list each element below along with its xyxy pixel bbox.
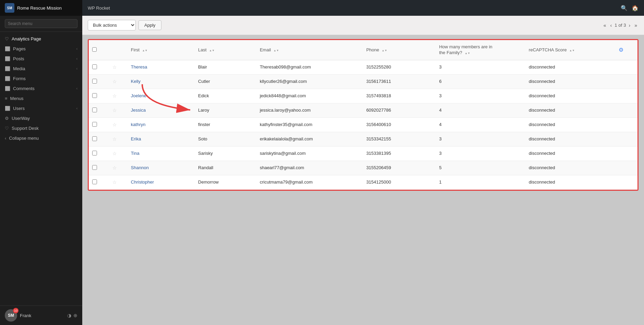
col-header-settings[interactable]: ⚙ xyxy=(615,40,638,60)
sidebar-header: SM Rome Rescue Mission xyxy=(0,0,82,16)
row-checkbox[interactable] xyxy=(92,122,97,127)
sidebar-item-forms[interactable]: ⬜ Forms xyxy=(0,74,82,84)
sort-arrows-members: ▲▼ xyxy=(465,52,470,55)
sidebar-item-label: Posts xyxy=(13,56,24,61)
row-star-cell: ☆ xyxy=(109,132,127,146)
col-header-members[interactable]: How many members are in the Family? ▲▼ xyxy=(436,40,525,60)
row-last-name: Blair xyxy=(195,60,256,74)
row-phone: 3156173611 xyxy=(363,74,436,89)
row-members: 6 xyxy=(436,74,525,89)
sidebar-item-pages[interactable]: ⬜ Pages ‹ xyxy=(0,44,82,54)
row-settings-cell xyxy=(615,60,638,74)
row-phone: 6092027786 xyxy=(363,103,436,117)
row-last-name: Laroy xyxy=(195,103,256,117)
row-members: 3 xyxy=(436,89,525,103)
sidebar-item-label: Analytics Page xyxy=(12,36,41,41)
sidebar-item-users[interactable]: ⬜ Users ‹ xyxy=(0,103,82,113)
search-icon[interactable]: 🔍 xyxy=(621,5,628,11)
row-checkbox[interactable] xyxy=(92,136,97,141)
row-members: 4 xyxy=(436,103,525,117)
row-checkbox-cell xyxy=(89,132,109,146)
toolbar-left: Bulk actions Apply xyxy=(88,20,161,30)
next-page-button[interactable]: › xyxy=(628,22,632,29)
footer-username: Frank xyxy=(20,313,31,318)
row-checkbox[interactable] xyxy=(92,93,97,98)
comments-icon: ⬜ xyxy=(5,86,10,91)
settings-gear-icon[interactable]: ⚙ xyxy=(619,47,623,53)
row-email: jessica.laroy@yahoo.com xyxy=(256,103,363,117)
row-recaptcha: disconnected xyxy=(525,74,615,89)
row-last-name: finster xyxy=(195,117,256,132)
row-checkbox[interactable] xyxy=(92,108,97,112)
row-last-name: Randall xyxy=(195,161,256,175)
row-checkbox[interactable] xyxy=(92,179,97,184)
col-header-recaptcha[interactable]: reCAPTCHA Score ▲▼ xyxy=(525,40,615,60)
menus-icon: ≡ xyxy=(5,96,8,101)
col-header-check xyxy=(89,40,109,60)
row-email: Theresab098@gmail.com xyxy=(256,60,363,74)
bulk-actions-select[interactable]: Bulk actions xyxy=(88,20,136,30)
row-star-cell: ☆ xyxy=(109,161,127,175)
footer-icons: ◑ ⊕ xyxy=(67,313,77,318)
row-checkbox-cell xyxy=(89,103,109,117)
sidebar-item-menus[interactable]: ≡ Menus xyxy=(0,93,82,103)
sidebar-item-media[interactable]: ⬜ Media ‹ xyxy=(0,64,82,74)
prev-page-button[interactable]: ‹ xyxy=(609,22,613,29)
table-row: ☆ Theresa Blair Theresab098@gmail.com 31… xyxy=(89,60,637,74)
col-header-email[interactable]: Email ▲▼ xyxy=(256,40,363,60)
star-icon[interactable]: ☆ xyxy=(112,79,117,84)
first-page-button[interactable]: « xyxy=(602,22,608,29)
sidebar-item-support[interactable]: ♡ Support Desk xyxy=(0,123,82,133)
sidebar-item-posts[interactable]: ⬜ Posts ‹ xyxy=(0,54,82,64)
data-table: First ▲▼ Last ▲▼ Email ▲▼ Phone ▲▼ xyxy=(89,40,637,190)
row-first-name: Shannon xyxy=(127,161,195,175)
table-body: ☆ Theresa Blair Theresab098@gmail.com 31… xyxy=(89,60,637,189)
home-icon[interactable]: 🏠 xyxy=(632,5,639,11)
top-bar: WP Rocket 🔍 🏠 xyxy=(82,0,644,16)
row-first-name: kathryn xyxy=(127,117,195,132)
apply-button[interactable]: Apply xyxy=(138,20,161,30)
sidebar-item-userway[interactable]: ⚙ UserWay xyxy=(0,113,82,123)
col-header-first[interactable]: First ▲▼ xyxy=(127,40,195,60)
select-all-checkbox[interactable] xyxy=(92,47,97,52)
star-icon[interactable]: ☆ xyxy=(112,179,117,185)
star-icon[interactable]: ☆ xyxy=(112,165,117,171)
star-icon[interactable]: ☆ xyxy=(112,108,117,113)
row-checkbox[interactable] xyxy=(92,151,97,155)
row-recaptcha: disconnected xyxy=(525,89,615,103)
star-icon[interactable]: ☆ xyxy=(112,64,117,70)
star-icon[interactable]: ☆ xyxy=(112,151,117,156)
row-first-name: Erika xyxy=(127,132,195,146)
row-phone: 3155206459 xyxy=(363,161,436,175)
sidebar-item-analytics[interactable]: ♡ Analytics Page xyxy=(0,34,82,44)
sidebar: SM Rome Rescue Mission ♡ Analytics Page … xyxy=(0,0,82,325)
star-icon[interactable]: ☆ xyxy=(112,122,117,127)
row-first-name: Theresa xyxy=(127,60,195,74)
sidebar-item-collapse[interactable]: ‹ Collapse menu xyxy=(0,133,82,143)
row-recaptcha: disconnected xyxy=(525,117,615,132)
row-members: 3 xyxy=(436,60,525,74)
row-checkbox[interactable] xyxy=(92,64,97,69)
table-header: First ▲▼ Last ▲▼ Email ▲▼ Phone ▲▼ xyxy=(89,40,637,60)
table-row: ☆ Erika Soto erikakelaialola@gmail.com 3… xyxy=(89,132,637,146)
star-icon[interactable]: ☆ xyxy=(112,93,117,99)
row-first-name: Joelene xyxy=(127,89,195,103)
plus-icon[interactable]: ⊕ xyxy=(73,313,77,318)
col-header-last[interactable]: Last ▲▼ xyxy=(195,40,256,60)
row-checkbox[interactable] xyxy=(92,165,97,170)
row-email: kllycutler26@gmail.com xyxy=(256,74,363,89)
moon-icon[interactable]: ◑ xyxy=(67,313,71,318)
col-header-phone[interactable]: Phone ▲▼ xyxy=(363,40,436,60)
row-settings-cell xyxy=(615,175,638,189)
star-icon[interactable]: ☆ xyxy=(112,136,117,142)
row-checkbox[interactable] xyxy=(92,79,97,84)
table-row: ☆ Jessica Laroy jessica.laroy@yahoo.com … xyxy=(89,103,637,117)
table-toolbar: Bulk actions Apply « ‹ 1 of 3 › » xyxy=(82,16,644,35)
row-last-name: Soto xyxy=(195,132,256,146)
row-checkbox-cell xyxy=(89,146,109,161)
search-input[interactable] xyxy=(5,19,77,28)
last-page-button[interactable]: » xyxy=(633,22,639,29)
row-last-name: Cutler xyxy=(195,74,256,89)
sidebar-item-comments[interactable]: ⬜ Comments ‹ xyxy=(0,84,82,93)
current-page: 1 xyxy=(615,23,617,28)
